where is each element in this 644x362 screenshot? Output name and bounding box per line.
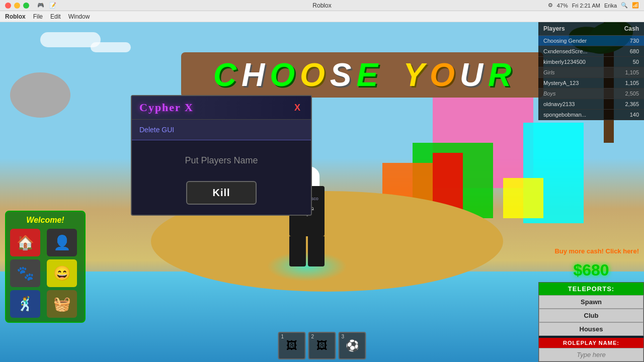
player-row-oldnavy: oldnavy2133 2,365	[538, 99, 644, 110]
battery-indicator: 47%	[557, 3, 568, 9]
modal-title: Cypher X	[139, 101, 194, 114]
menu-file[interactable]: File	[33, 13, 43, 20]
window-title: Roblox	[312, 2, 331, 9]
notes-icon: 📝	[49, 2, 56, 9]
bottom-toolbar: 1 🖼 2 🖼 3 ⚽	[276, 329, 369, 362]
slot-number-2: 2	[311, 334, 314, 339]
wifi-icon: 📶	[632, 2, 639, 9]
toolbar-slot-2[interactable]: 2 🖼	[308, 332, 336, 359]
sign-letter-o: O	[270, 56, 295, 94]
sign-letter-h: H	[242, 56, 265, 94]
welcome-icons: 🏠 👤 🐾 😄 🕺 🧺	[10, 229, 80, 318]
sign-letter-e: E	[357, 56, 378, 94]
dance-icon-button[interactable]: 🕺	[10, 290, 40, 318]
player-name-input: Put Players Name	[185, 155, 258, 166]
user-display: Erika	[604, 3, 617, 9]
player-row-choosing-gender: Choosing Gender 730	[538, 36, 644, 46]
houses-button[interactable]: Houses	[539, 322, 643, 336]
person-icon-button[interactable]: 👤	[47, 229, 77, 256]
modal-header: Cypher X X	[132, 96, 311, 120]
house-icon-button[interactable]: 🏠	[10, 229, 40, 256]
sign-letter-s: S	[330, 56, 352, 94]
mac-titlebar: 🎮 📝 Roblox ⚙ 47% Fri 2:21 AM Erika 🔍 📶	[0, 0, 644, 11]
sign-board: C H O O S E Y O U R	[181, 52, 543, 98]
players-col-header: Players	[543, 25, 565, 32]
sign-letter-y: Y	[403, 56, 425, 94]
search-icon[interactable]: 🔍	[621, 2, 628, 9]
player-row-mystery: MysteryA_123 1,105	[538, 78, 644, 88]
menu-icon: ⚙	[548, 2, 553, 9]
char-legs	[289, 236, 325, 266]
club-button[interactable]: Club	[539, 309, 643, 322]
menu-edit[interactable]: Edit	[50, 13, 61, 20]
player-row-spongebob: spongebobman... 140	[538, 110, 644, 120]
cash-col-header: Cash	[624, 25, 639, 32]
menu-roblox[interactable]: Roblox	[5, 13, 26, 20]
char-leg-right	[308, 236, 325, 266]
bottom-right-panel: Buy more cash! Click here! $680 TELEPORT…	[538, 245, 644, 362]
emoji-icon-button[interactable]: 😄	[47, 259, 77, 287]
roblox-icon: 🎮	[37, 2, 44, 9]
close-btn[interactable]	[5, 3, 11, 9]
slot-number-3: 3	[342, 334, 345, 339]
cash-display: $680	[538, 258, 644, 282]
char-leg-left	[289, 236, 306, 266]
teleports-panel: TELEPORTS: Spawn Club Houses ROLEPLAY NA…	[538, 282, 644, 362]
buy-cash-button[interactable]: Buy more cash! Click here!	[538, 245, 644, 258]
menu-bar: Roblox File Edit Window	[0, 11, 644, 22]
maximize-btn[interactable]	[23, 3, 29, 9]
cypher-modal: Cypher X X Delete GUI Put Players Name K…	[131, 95, 312, 216]
slot-number-1: 1	[281, 334, 284, 339]
sign-letter-r: R	[488, 56, 511, 94]
sign-letter-c: C	[213, 56, 236, 94]
time-display: Fri 2:21 AM	[572, 3, 600, 9]
roleplay-name-input[interactable]	[539, 348, 643, 361]
mac-window-controls: 🎮 📝	[5, 2, 56, 9]
player-row-kimberly: kimberly1234500 50	[538, 57, 644, 67]
players-header: Players Cash	[538, 22, 644, 36]
toolbar-slot-3[interactable]: 3 ⚽	[339, 332, 366, 359]
titlebar-right: ⚙ 47% Fri 2:21 AM Erika 🔍 📶	[548, 2, 639, 9]
color-block-yellow	[503, 178, 543, 218]
sign-letter-o3: O	[430, 56, 455, 94]
modal-content: Put Players Name	[132, 140, 311, 181]
spawn-button[interactable]: Spawn	[539, 295, 643, 309]
welcome-panel: Welcome! 🏠 👤 🐾 😄 🕺 🧺	[5, 211, 86, 323]
paw-icon-button[interactable]: 🐾	[10, 259, 40, 287]
category-row-boys: Boys 2,505	[538, 88, 644, 99]
slot-icon-1: 🖼	[286, 339, 297, 352]
menu-window[interactable]: Window	[68, 13, 90, 20]
player-row-cxndensed: CxndensedScre... 680	[538, 46, 644, 57]
slot-icon-2: 🖼	[316, 339, 328, 352]
category-row-girls: Girls 1,105	[538, 67, 644, 78]
roleplay-header: ROLEPLAY NAME:	[539, 338, 643, 348]
game-area: C H O O S E Y O U R 鬼いぬ🐺 ServerBanned By…	[0, 22, 644, 362]
welcome-title: Welcome!	[10, 216, 80, 225]
modal-close-button[interactable]: X	[291, 102, 303, 114]
minimize-btn[interactable]	[14, 3, 20, 9]
toolbar-slot-1[interactable]: 1 🖼	[278, 332, 306, 359]
rock	[10, 72, 70, 118]
players-panel: Players Cash Choosing Gender 730 Cxndens…	[538, 22, 644, 120]
kill-button[interactable]: Kill	[186, 181, 256, 205]
cloud-2	[91, 42, 131, 52]
sign-letter-o2: O	[300, 56, 325, 94]
slot-icon-3: ⚽	[346, 339, 359, 352]
sign-letter-u: U	[460, 56, 483, 94]
basket-icon-button[interactable]: 🧺	[47, 290, 77, 318]
delete-gui-button[interactable]: Delete GUI	[132, 120, 311, 140]
teleports-header: TELEPORTS:	[539, 283, 643, 295]
